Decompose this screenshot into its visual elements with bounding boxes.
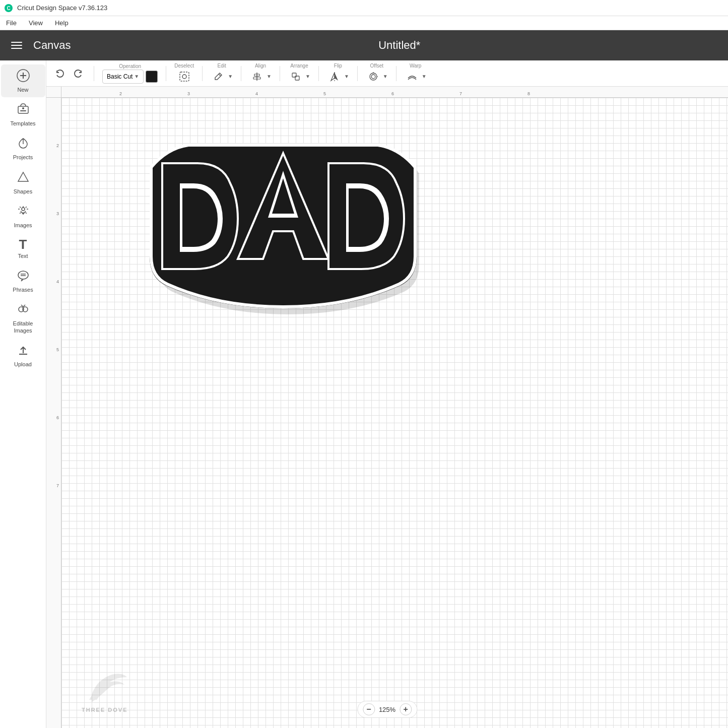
align-label: Align xyxy=(255,63,266,69)
arrange-button[interactable] xyxy=(288,69,303,84)
sep-1 xyxy=(94,66,94,81)
sidebar-item-new[interactable]: New xyxy=(1,64,45,97)
sidebar-item-shapes[interactable]: Shapes xyxy=(1,166,45,199)
sidebar-editable-images-label: Editable Images xyxy=(13,320,33,334)
align-content: ▼ xyxy=(249,69,272,84)
edit-button[interactable] xyxy=(211,69,226,84)
dad-svg xyxy=(127,138,439,319)
svg-rect-25 xyxy=(292,73,296,77)
svg-marker-27 xyxy=(335,73,338,81)
sidebar-item-upload[interactable]: Upload xyxy=(1,339,45,372)
ruler-tick-5: 5 xyxy=(323,91,326,96)
sidebar-item-editable-images[interactable]: Editable Images xyxy=(1,298,45,338)
images-icon xyxy=(16,204,30,220)
sidebar-shapes-label: Shapes xyxy=(14,188,32,195)
svg-point-20 xyxy=(182,75,186,79)
offset-button[interactable] xyxy=(366,69,381,84)
warp-content: ▼ xyxy=(405,69,427,84)
svg-point-10 xyxy=(18,271,28,279)
svg-rect-19 xyxy=(180,72,189,81)
ruler-tick-3: 3 xyxy=(187,91,190,96)
operation-label: Operation xyxy=(119,63,141,69)
sep-5 xyxy=(280,66,280,81)
undo-button[interactable] xyxy=(52,66,68,81)
flip-section: Flip ▼ xyxy=(327,63,349,84)
svg-line-21 xyxy=(219,74,221,76)
projects-icon xyxy=(16,136,30,152)
text-icon: T xyxy=(19,238,27,251)
sep-6 xyxy=(318,66,319,81)
header-canvas-title: Canvas xyxy=(33,39,71,52)
dad-text-container[interactable] xyxy=(127,138,439,321)
svg-marker-8 xyxy=(18,172,28,181)
content-area: Operation Basic Cut ▼ Deselect xyxy=(46,60,728,728)
sidebar-templates-label: Templates xyxy=(10,120,35,127)
svg-point-9 xyxy=(22,208,25,211)
offset-section: Offset ▼ xyxy=(366,63,388,84)
sidebar-item-projects[interactable]: Projects xyxy=(1,132,45,165)
deselect-content xyxy=(177,69,192,84)
menu-file[interactable]: File xyxy=(4,18,19,28)
deselect-button[interactable] xyxy=(177,69,192,84)
warp-arrow[interactable]: ▼ xyxy=(422,74,427,79)
menu-help[interactable]: Help xyxy=(53,18,71,28)
ruler-left: 2 3 4 5 6 7 xyxy=(46,98,61,728)
warp-label: Warp xyxy=(410,63,422,69)
sidebar-item-images[interactable]: Images xyxy=(1,200,45,233)
operation-content: Basic Cut ▼ xyxy=(102,70,158,84)
flip-button[interactable] xyxy=(327,69,342,84)
ruler-v-tick-2: 2 xyxy=(56,143,59,148)
align-button[interactable] xyxy=(249,69,264,84)
sidebar-item-text[interactable]: T Text xyxy=(1,234,45,263)
svg-point-30 xyxy=(370,73,377,80)
canvas-wrapper[interactable]: 2 3 4 5 6 7 8 2 3 4 5 6 7 xyxy=(46,87,728,728)
redo-button[interactable] xyxy=(71,66,86,81)
document-name: Untitled* xyxy=(378,39,420,52)
arrange-arrow[interactable]: ▼ xyxy=(305,74,310,79)
align-arrow[interactable]: ▼ xyxy=(267,74,272,79)
operation-section: Operation Basic Cut ▼ xyxy=(102,63,158,84)
edit-content: ▼ xyxy=(211,69,233,84)
ruler-tick-7: 7 xyxy=(459,91,462,96)
sidebar-item-templates[interactable]: Templates xyxy=(1,98,45,131)
sep-8 xyxy=(396,66,396,81)
svg-rect-26 xyxy=(295,76,299,80)
edit-arrow[interactable]: ▼ xyxy=(228,74,233,79)
ruler-v-tick-5: 5 xyxy=(56,347,59,352)
ruler-v-tick-3: 3 xyxy=(56,211,59,216)
three-dove-bird-icon xyxy=(82,665,132,705)
sidebar: New Templates Projects xyxy=(0,60,46,728)
sidebar-phrases-label: Phrases xyxy=(13,287,33,293)
sidebar-item-phrases[interactable]: Phrases xyxy=(1,264,45,297)
ruler-top: 2 3 4 5 6 7 8 xyxy=(61,87,728,98)
align-section: Align ▼ xyxy=(249,63,272,84)
canvas-grid: THREE DOVE xyxy=(61,98,728,728)
sidebar-images-label: Images xyxy=(14,222,32,229)
title-bar: C Cricut Design Space v7.36.123 xyxy=(0,0,728,16)
operation-dropdown[interactable]: Basic Cut ▼ xyxy=(102,70,144,84)
sep-2 xyxy=(166,66,166,81)
zoom-plus-button[interactable]: + xyxy=(400,703,412,715)
svg-marker-28 xyxy=(331,73,335,81)
offset-arrow[interactable]: ▼ xyxy=(383,74,388,79)
offset-label: Offset xyxy=(370,63,384,69)
sep-3 xyxy=(202,66,203,81)
hamburger-button[interactable] xyxy=(8,39,25,52)
sidebar-upload-label: Upload xyxy=(14,361,32,368)
zoom-minus-button[interactable]: − xyxy=(363,703,375,715)
menu-view[interactable]: View xyxy=(27,18,45,28)
hamburger-line-3 xyxy=(11,48,22,49)
templates-icon xyxy=(16,102,30,118)
offset-content: ▼ xyxy=(366,69,388,84)
flip-arrow[interactable]: ▼ xyxy=(344,74,349,79)
color-swatch[interactable] xyxy=(146,71,158,83)
edit-section: Edit ▼ xyxy=(211,63,233,84)
sep-4 xyxy=(241,66,241,81)
upload-icon xyxy=(16,343,30,359)
warp-button[interactable] xyxy=(405,69,420,84)
sidebar-projects-label: Projects xyxy=(13,154,33,161)
arrange-label: Arrange xyxy=(290,63,308,69)
watermark-text: THREE DOVE xyxy=(82,707,132,713)
new-icon xyxy=(16,69,30,85)
ruler-v-tick-7: 7 xyxy=(56,483,59,488)
